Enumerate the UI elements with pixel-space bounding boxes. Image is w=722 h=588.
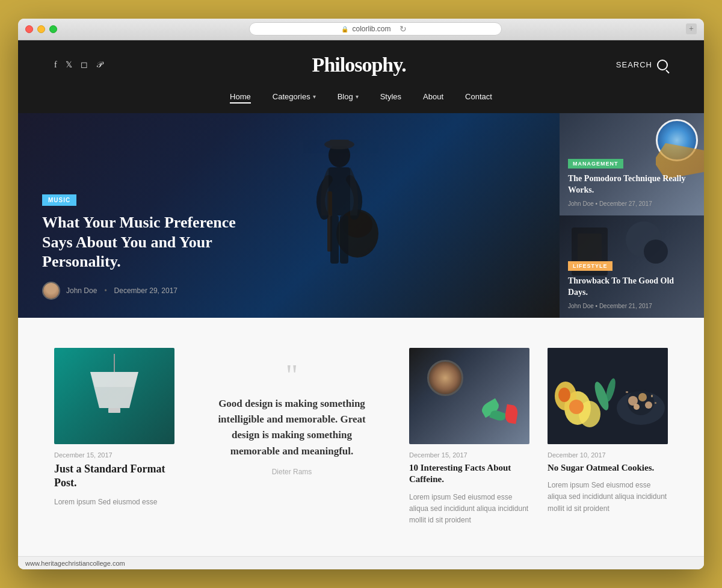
nav-contact[interactable]: Contact xyxy=(465,90,492,104)
facebook-icon[interactable]: f xyxy=(54,60,57,70)
card1-content: MANAGEMENT The Pomodoro Technique Really… xyxy=(568,157,696,206)
card2-meta: John Doe • December 21, 2017 xyxy=(568,303,696,309)
svg-rect-32 xyxy=(651,395,653,397)
post3-excerpt: Lorem ipsum Sed eiusmod esse aliqua sed … xyxy=(548,480,668,515)
post-card-3[interactable]: December 10, 2017 No Sugar Oatmeal Cooki… xyxy=(548,348,668,515)
quote-marks: " xyxy=(211,360,373,390)
card2-date: December 21, 2017 xyxy=(599,303,652,309)
leaf-3 xyxy=(504,404,519,424)
hero-section: MUSIC What Your Music Preference Says Ab… xyxy=(18,113,704,318)
leaf-2 xyxy=(489,409,507,422)
nav-categories[interactable]: Categories ▾ xyxy=(273,90,316,104)
card2-author: John Doe xyxy=(568,303,594,309)
search-button[interactable]: SEARCH xyxy=(616,60,668,70)
svg-point-28 xyxy=(638,393,647,401)
post3-date: December 10, 2017 xyxy=(548,451,668,459)
svg-rect-31 xyxy=(626,391,628,393)
quote-card: " Good design is making something intell… xyxy=(193,348,391,488)
lock-icon: 🔒 xyxy=(341,26,348,32)
maximize-button[interactable] xyxy=(49,25,57,33)
close-button[interactable] xyxy=(25,25,33,33)
post3-title: No Sugar Oatmeal Cookies. xyxy=(548,462,668,474)
coffee-cup xyxy=(427,360,463,396)
dot-separator: • xyxy=(104,286,106,295)
post1-excerpt: Lorem ipsum Sed eiusmod esse xyxy=(54,497,174,508)
quote-text: Good design is making something intellig… xyxy=(211,396,373,459)
svg-rect-2 xyxy=(330,140,349,146)
new-tab-button[interactable]: + xyxy=(686,23,697,34)
svg-rect-33 xyxy=(655,402,656,404)
author-name: John Doe xyxy=(66,286,97,295)
post2-title: 10 Interesting Facts About Caffeine. xyxy=(409,462,529,486)
card1-date: December 27, 2017 xyxy=(599,200,652,207)
minimize-button[interactable] xyxy=(37,25,45,33)
search-label: SEARCH xyxy=(616,60,652,69)
hero-card-lifestyle[interactable]: LIFESTYLE Throwback To The Good Old Days… xyxy=(560,215,704,318)
social-icons: f 𝕏 ◻ 𝒫 xyxy=(54,60,102,70)
instagram-icon[interactable]: ◻ xyxy=(81,60,88,70)
posts-section: December 15, 2017 Just a Standard Format… xyxy=(18,318,704,557)
hero-right-cards: MANAGEMENT The Pomodoro Technique Really… xyxy=(560,113,704,318)
site-header: f 𝕏 ◻ 𝒫 Philosophy. SEARCH xyxy=(18,40,704,90)
nav-styles[interactable]: Styles xyxy=(380,90,401,104)
twitter-icon[interactable]: 𝕏 xyxy=(66,60,72,70)
categories-chevron: ▾ xyxy=(313,93,316,100)
post-card-2[interactable]: December 15, 2017 10 Interesting Facts A… xyxy=(409,348,529,527)
svg-rect-7 xyxy=(330,215,339,264)
nav-blog[interactable]: Blog ▾ xyxy=(338,90,359,104)
flowers-svg xyxy=(548,348,668,444)
browser-titlebar: 🔒 colorlib.com ↻ + xyxy=(18,19,704,40)
address-input[interactable]: 🔒 colorlib.com ↻ xyxy=(249,22,502,36)
lamp-svg xyxy=(78,354,150,438)
avatar-face xyxy=(43,283,59,299)
browser-traffic-lights xyxy=(25,25,57,33)
address-bar-container: 🔒 colorlib.com ↻ xyxy=(64,22,686,36)
quote-author: Dieter Rams xyxy=(211,468,373,476)
svg-point-29 xyxy=(645,401,652,409)
nav-about[interactable]: About xyxy=(423,90,443,104)
site-content: f 𝕏 ◻ 𝒫 Philosophy. SEARCH Home Categori… xyxy=(18,40,704,570)
browser-window: 🔒 colorlib.com ↻ + f 𝕏 ◻ 𝒫 Philosophy. S… xyxy=(18,19,704,570)
card1-meta: John Doe • December 27, 2017 xyxy=(568,200,696,207)
post2-date: December 15, 2017 xyxy=(409,451,529,459)
search-icon xyxy=(657,60,668,70)
post-card-1[interactable]: December 15, 2017 Just a Standard Format… xyxy=(54,348,174,508)
author-avatar xyxy=(42,282,60,300)
hero-category-badge[interactable]: MUSIC xyxy=(42,194,76,206)
hero-main-article[interactable]: MUSIC What Your Music Preference Says Ab… xyxy=(18,113,560,318)
hero-author: John Doe • December 29, 2017 xyxy=(42,282,259,300)
post2-image xyxy=(409,348,529,444)
coffee-leaves xyxy=(481,402,517,432)
svg-point-22 xyxy=(558,388,570,402)
lifestyle-badge: LIFESTYLE xyxy=(568,261,612,271)
lamp-image xyxy=(54,348,174,444)
post1-title: Just a Standard Format Post. xyxy=(54,462,174,491)
svg-rect-8 xyxy=(340,215,348,264)
card2-title: Throwback To The Good Old Days. xyxy=(568,276,696,297)
pinterest-icon[interactable]: 𝒫 xyxy=(96,60,102,70)
hero-card-management[interactable]: MANAGEMENT The Pomodoro Technique Really… xyxy=(560,113,704,215)
card2-content: LIFESTYLE Throwback To The Good Old Days… xyxy=(568,259,696,309)
svg-point-21 xyxy=(569,400,584,414)
hero-date: December 29, 2017 xyxy=(114,286,177,295)
hero-title[interactable]: What Your Music Preference Says About Yo… xyxy=(42,213,259,272)
site-logo[interactable]: Philosophy. xyxy=(312,54,406,76)
post3-image xyxy=(548,348,668,444)
post1-date: December 15, 2017 xyxy=(54,451,174,459)
coffee-image xyxy=(409,348,529,444)
management-badge: MANAGEMENT xyxy=(568,159,623,169)
hero-overlay: MUSIC What Your Music Preference Says Ab… xyxy=(42,194,259,300)
site-navigation: Home Categories ▾ Blog ▾ Styles About Co… xyxy=(18,90,704,113)
svg-point-30 xyxy=(634,404,640,410)
reload-button[interactable]: ↻ xyxy=(400,24,409,34)
url-display: colorlib.com xyxy=(352,25,390,33)
status-url: www.heritagechristiancollege.com xyxy=(25,560,125,567)
hero-figure xyxy=(255,137,424,318)
nav-home[interactable]: Home xyxy=(230,90,251,104)
post1-image xyxy=(54,348,174,444)
browser-statusbar: www.heritagechristiancollege.com xyxy=(18,556,704,569)
svg-marker-15 xyxy=(90,372,138,387)
card1-author: John Doe xyxy=(568,200,594,207)
post2-excerpt: Lorem ipsum Sed eiusmod esse aliqua sed … xyxy=(409,492,529,527)
blog-chevron: ▾ xyxy=(356,93,359,100)
